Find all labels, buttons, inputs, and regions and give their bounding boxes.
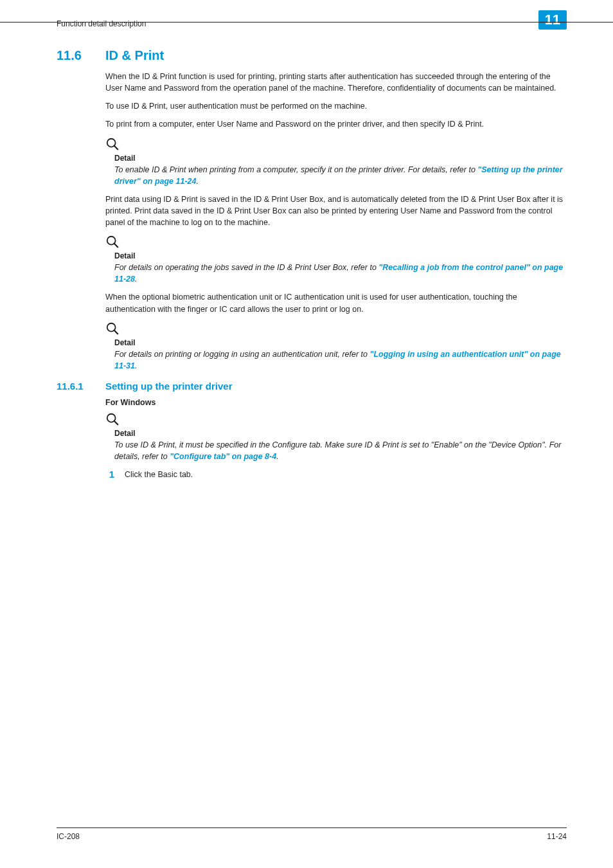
platform-heading: For Windows [105, 398, 567, 407]
cross-ref-link[interactable]: "Configure tab" on page 8-4 [170, 452, 276, 461]
footer-page-number: 11-24 [547, 832, 567, 841]
chapter-number-badge: 11 [538, 10, 567, 30]
body-paragraph: When the optional biometric authenticati… [105, 291, 567, 314]
detail-pre: For details on printing or logging in us… [114, 350, 369, 359]
body-paragraph: Print data using ID & Print is saved in … [105, 194, 567, 228]
body-paragraph: When the ID & Print function is used for… [105, 71, 567, 94]
section-number: 11.6 [57, 48, 94, 63]
section-title: ID & Print [105, 48, 164, 63]
detail-period: . [197, 177, 199, 186]
running-head: Function detail description [57, 19, 146, 28]
detail-label: Detail [114, 338, 567, 347]
detail-period: . [276, 452, 278, 461]
detail-text: For details on operating the jobs saved … [114, 262, 567, 285]
step-number: 1 [105, 469, 114, 480]
svg-line-7 [114, 421, 118, 425]
magnifier-icon [105, 321, 567, 338]
svg-line-5 [114, 330, 118, 334]
footer-model: IC-208 [57, 832, 80, 841]
magnifier-icon [105, 412, 567, 429]
step-text: Click the Basic tab. [125, 470, 193, 479]
magnifier-icon [105, 137, 567, 154]
subsection-number: 11.6.1 [57, 381, 94, 392]
detail-period: . [135, 361, 137, 370]
detail-label: Detail [114, 429, 567, 438]
magnifier-icon [105, 235, 567, 251]
svg-line-3 [114, 244, 118, 248]
header-rule [0, 22, 613, 23]
detail-text: For details on printing or logging in us… [114, 348, 567, 372]
detail-text: To enable ID & Print when printing from … [114, 164, 567, 187]
subsection-title: Setting up the printer driver [105, 381, 233, 392]
detail-label: Detail [114, 154, 567, 163]
detail-label: Detail [114, 251, 567, 260]
detail-pre: For details on operating the jobs saved … [114, 263, 378, 272]
detail-period: . [135, 275, 137, 284]
svg-line-1 [114, 145, 118, 149]
detail-pre: To enable ID & Print when printing from … [114, 165, 477, 174]
body-paragraph: To print from a computer, enter User Nam… [105, 118, 567, 130]
detail-text: To use ID & Print, it must be specified … [114, 439, 567, 462]
body-paragraph: To use ID & Print, user authentication m… [105, 100, 567, 112]
